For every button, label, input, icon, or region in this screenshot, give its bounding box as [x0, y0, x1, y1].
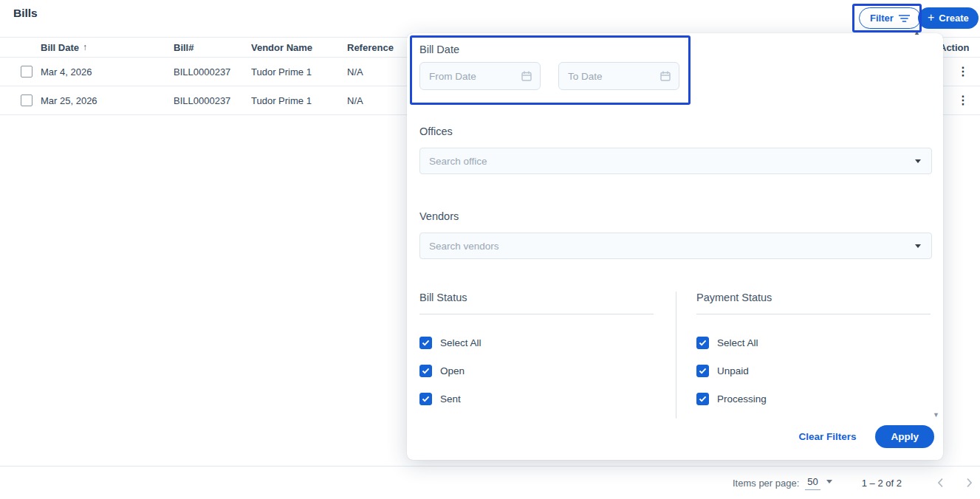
- cell-vendor-name: Tudor Prime 1: [251, 66, 347, 78]
- bill-status-title: Bill Status: [419, 292, 654, 314]
- scroll-up-icon[interactable]: ▲: [914, 29, 920, 36]
- payment-status-section: Payment Status Select All Unpaid Process…: [696, 292, 931, 406]
- checkbox-label: Open: [440, 365, 465, 376]
- cell-bill-date: Mar 4, 2026: [41, 66, 174, 78]
- payment-status-select-all[interactable]: Select All: [696, 335, 931, 350]
- filter-button-label: Filter: [870, 13, 894, 24]
- from-date-field[interactable]: [429, 71, 510, 82]
- header-action: Action: [938, 42, 980, 53]
- bill-status-select-all[interactable]: Select All: [419, 335, 654, 350]
- vendor-search-select[interactable]: [419, 233, 932, 259]
- vendor-search-field[interactable]: [429, 241, 915, 252]
- checkbox-checked-icon: [419, 365, 432, 377]
- from-date-input[interactable]: [419, 62, 541, 90]
- office-search-field[interactable]: [429, 156, 915, 167]
- checkbox-checked-icon: [419, 393, 432, 405]
- payment-status-title: Payment Status: [696, 292, 931, 314]
- payment-status-unpaid[interactable]: Unpaid: [696, 363, 931, 378]
- next-page-button[interactable]: [966, 478, 973, 488]
- cell-action: ⋮: [938, 66, 980, 78]
- checkbox-checked-icon: [696, 337, 709, 349]
- dropdown-caret-icon: [915, 244, 921, 248]
- apply-button[interactable]: Apply: [875, 425, 934, 448]
- plus-icon: +: [928, 12, 934, 24]
- cell-action: ⋮: [938, 94, 980, 106]
- offices-section-label: Offices: [419, 125, 453, 137]
- calendar-icon: [659, 70, 671, 82]
- row-checkbox[interactable]: [21, 94, 32, 106]
- filter-icon: [899, 14, 910, 23]
- filter-panel-footer: Clear Filters Apply: [407, 417, 943, 460]
- row-checkbox-cell: [0, 94, 41, 106]
- bills-page: Bills Filter + Create Bill Date ↑ Bill# …: [0, 0, 980, 499]
- cell-bill-number: BILL0000237: [174, 66, 251, 78]
- checkbox-label: Unpaid: [717, 365, 749, 376]
- checkbox-label: Select All: [440, 337, 482, 348]
- bill-date-section-label: Bill Date: [419, 44, 459, 55]
- pagination-range: 1 – 2 of 2: [862, 478, 902, 489]
- row-checkbox-cell: [0, 66, 41, 78]
- vendors-section-label: Vendors: [419, 210, 459, 222]
- create-button[interactable]: + Create: [918, 7, 979, 29]
- office-search-select[interactable]: [419, 148, 932, 174]
- cell-bill-number: BILL0000237: [174, 95, 251, 106]
- items-per-page-value: 50: [805, 476, 820, 490]
- filter-button[interactable]: Filter: [859, 7, 921, 29]
- checkbox-checked-icon: [696, 393, 709, 405]
- dropdown-caret-icon: [826, 480, 832, 483]
- header-bill-number[interactable]: Bill#: [174, 42, 251, 53]
- payment-status-processing[interactable]: Processing: [696, 391, 931, 406]
- sort-ascending-icon: ↑: [83, 42, 87, 52]
- header-bill-date-label: Bill Date: [41, 42, 79, 53]
- chevron-right-icon: [966, 478, 973, 488]
- items-per-page-select[interactable]: 50: [805, 476, 832, 490]
- create-button-label: Create: [939, 13, 968, 24]
- cell-bill-date: Mar 25, 2026: [41, 95, 174, 106]
- bill-status-section: Bill Status Select All Open Sent: [419, 292, 654, 406]
- header-bill-date[interactable]: Bill Date ↑: [41, 42, 174, 53]
- checkbox-label: Sent: [440, 393, 461, 405]
- pagination-bar: Items per page: 50 1 – 2 of 2: [0, 466, 980, 499]
- items-per-page-label: Items per page:: [733, 478, 799, 489]
- previous-page-button[interactable]: [937, 478, 944, 488]
- to-date-field[interactable]: [568, 71, 649, 82]
- filter-panel: ▲ ▼ Bill Date Offices: [407, 33, 943, 460]
- bill-status-open[interactable]: Open: [419, 363, 654, 378]
- checkbox-label: Processing: [717, 393, 767, 405]
- checkbox-label: Select All: [717, 337, 758, 348]
- to-date-input[interactable]: [558, 62, 679, 90]
- chevron-left-icon: [937, 478, 944, 488]
- status-divider: [676, 292, 676, 419]
- checkbox-checked-icon: [696, 365, 709, 377]
- page-title: Bills: [13, 7, 38, 20]
- bill-date-inputs: [419, 62, 679, 90]
- cell-vendor-name: Tudor Prime 1: [251, 95, 347, 106]
- bill-status-sent[interactable]: Sent: [419, 391, 654, 406]
- calendar-icon: [521, 70, 532, 82]
- checkbox-checked-icon: [419, 337, 432, 349]
- topbar: Bills Filter + Create: [0, 0, 980, 37]
- header-vendor-name[interactable]: Vendor Name: [251, 42, 347, 53]
- dropdown-caret-icon: [915, 159, 921, 163]
- row-checkbox[interactable]: [21, 66, 32, 78]
- clear-filters-link[interactable]: Clear Filters: [798, 431, 856, 442]
